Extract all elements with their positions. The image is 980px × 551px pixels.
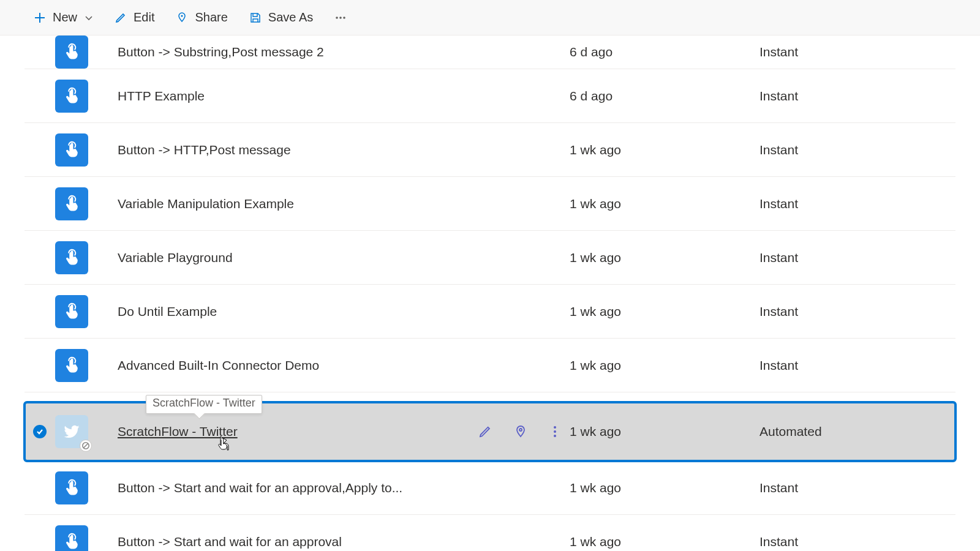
checkmark-icon	[33, 425, 47, 438]
flow-name[interactable]: Button -> Substring,Post message 2	[118, 45, 324, 59]
modified-cell: 1 wk ago	[570, 304, 760, 319]
flow-name-cell[interactable]: HTTP Example	[92, 89, 478, 103]
svg-point-3	[343, 17, 345, 19]
button-flow-icon	[55, 241, 92, 274]
row-select[interactable]	[24, 425, 55, 438]
more-row-button[interactable]	[549, 422, 561, 441]
flow-row[interactable]: Button -> Start and wait for an approval…	[24, 461, 956, 515]
button-flow-icon	[55, 295, 92, 328]
new-label: New	[53, 10, 77, 24]
ellipsis-icon	[334, 11, 347, 24]
flow-row[interactable]: Variable Manipulation Example1 wk agoIns…	[24, 177, 956, 231]
flow-row[interactable]: ScratchFlow - Twitter1 wk agoAutomatedSc…	[24, 402, 956, 461]
flow-name-cell[interactable]: ScratchFlow - Twitter	[92, 424, 478, 439]
flow-name[interactable]: ScratchFlow - Twitter	[118, 424, 238, 439]
pencil-icon	[114, 11, 127, 24]
plus-icon	[33, 11, 47, 24]
button-flow-icon	[55, 187, 92, 220]
svg-point-8	[554, 435, 556, 437]
flow-name[interactable]: Button -> Start and wait for an approval	[118, 534, 342, 549]
flow-name[interactable]: Do Until Example	[118, 304, 217, 319]
modified-cell: 6 d ago	[570, 45, 760, 59]
svg-point-5	[519, 429, 522, 431]
row-actions	[478, 422, 570, 441]
flow-row[interactable]: Button -> Substring,Post message 26 d ag…	[24, 36, 956, 69]
modified-cell: 1 wk ago	[570, 250, 760, 265]
svg-point-7	[554, 430, 556, 433]
new-button[interactable]: New	[24, 6, 102, 29]
flow-name[interactable]: Variable Playground	[118, 250, 233, 265]
flow-name-cell[interactable]: Variable Playground	[92, 250, 478, 265]
twitter-icon	[55, 415, 92, 448]
modified-cell: 1 wk ago	[570, 424, 760, 439]
flow-row[interactable]: HTTP Example6 d agoInstant	[24, 69, 956, 123]
flow-name-cell[interactable]: Advanced Built-In Connector Demo	[92, 358, 478, 373]
flow-name[interactable]: Advanced Built-In Connector Demo	[118, 358, 319, 373]
flow-name-cell[interactable]: Do Until Example	[92, 304, 478, 319]
flow-name[interactable]: Button -> HTTP,Post message	[118, 143, 291, 157]
save-icon	[249, 11, 262, 24]
flow-name-cell[interactable]: Button -> Substring,Post message 2	[92, 45, 478, 59]
flow-name-cell[interactable]: Button -> HTTP,Post message	[92, 143, 478, 157]
button-flow-icon	[55, 133, 92, 167]
button-flow-icon	[55, 36, 92, 69]
more-commands-button[interactable]	[325, 6, 356, 29]
type-cell: Instant	[760, 534, 956, 549]
share-icon	[175, 11, 189, 24]
flow-name[interactable]: Variable Manipulation Example	[118, 197, 294, 211]
svg-point-0	[181, 15, 183, 17]
flow-name[interactable]: Button -> Start and wait for an approval…	[118, 481, 402, 495]
button-flow-icon	[55, 80, 92, 113]
modified-cell: 1 wk ago	[570, 358, 760, 373]
edit-button[interactable]: Edit	[105, 6, 163, 29]
save-as-label: Save As	[268, 10, 313, 24]
type-cell: Instant	[760, 143, 956, 157]
type-cell: Instant	[760, 45, 956, 59]
type-cell: Instant	[760, 197, 956, 211]
flow-row[interactable]: Button -> Start and wait for an approval…	[24, 515, 956, 551]
save-as-button[interactable]: Save As	[240, 6, 322, 29]
type-cell: Instant	[760, 304, 956, 319]
flow-row[interactable]: Do Until Example1 wk agoInstant	[24, 285, 956, 339]
button-flow-icon	[55, 349, 92, 382]
flow-name-cell[interactable]: Variable Manipulation Example	[92, 197, 478, 211]
flow-row[interactable]: Variable Playground1 wk agoInstant	[24, 231, 956, 285]
command-bar: New Edit Share Save As	[0, 0, 980, 36]
disabled-badge-icon	[80, 440, 92, 452]
modified-cell: 6 d ago	[570, 89, 760, 103]
button-flow-icon	[55, 471, 92, 504]
flow-name[interactable]: HTTP Example	[118, 89, 205, 103]
modified-cell: 1 wk ago	[570, 197, 760, 211]
tooltip: ScratchFlow - Twitter	[146, 395, 262, 414]
flow-row[interactable]: Advanced Built-In Connector Demo1 wk ago…	[24, 339, 956, 392]
svg-point-6	[554, 426, 556, 429]
share-row-button[interactable]	[513, 422, 528, 441]
type-cell: Instant	[760, 89, 956, 103]
chevron-down-icon	[85, 13, 93, 22]
share-label: Share	[195, 10, 227, 24]
type-cell: Automated	[760, 424, 956, 439]
flows-list: Button -> Substring,Post message 26 d ag…	[0, 36, 980, 551]
svg-point-1	[336, 17, 338, 19]
modified-cell: 1 wk ago	[570, 481, 760, 495]
svg-point-2	[339, 17, 342, 19]
flow-name-cell[interactable]: Button -> Start and wait for an approval	[92, 534, 478, 549]
button-flow-icon	[55, 525, 92, 552]
edit-label: Edit	[134, 10, 154, 24]
modified-cell: 1 wk ago	[570, 143, 760, 157]
edit-row-button[interactable]	[478, 422, 492, 441]
flow-row[interactable]: Button -> HTTP,Post message1 wk agoInsta…	[24, 123, 956, 177]
modified-cell: 1 wk ago	[570, 534, 760, 549]
type-cell: Instant	[760, 358, 956, 373]
type-cell: Instant	[760, 481, 956, 495]
type-cell: Instant	[760, 250, 956, 265]
share-button[interactable]: Share	[167, 6, 236, 29]
flow-name-cell[interactable]: Button -> Start and wait for an approval…	[92, 481, 478, 495]
